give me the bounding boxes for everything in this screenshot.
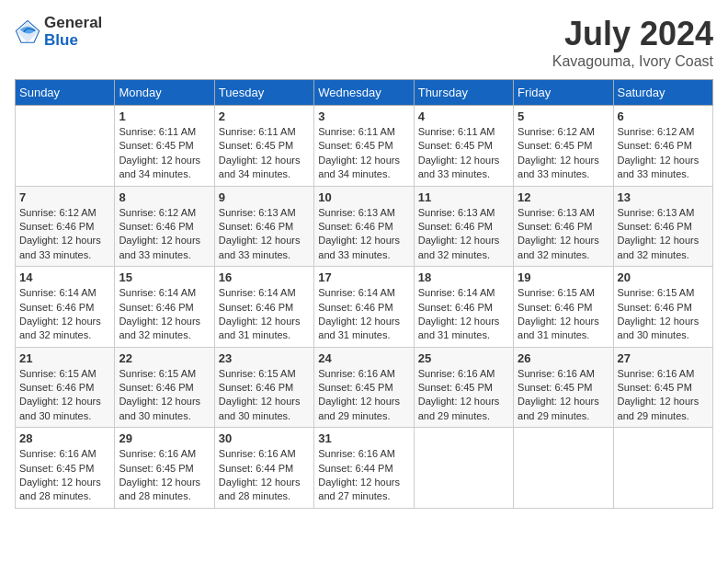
day-number: 30 [219, 431, 310, 445]
day-number: 20 [618, 270, 709, 284]
day-number: 19 [518, 270, 609, 284]
day-info: Sunrise: 6:13 AM Sunset: 6:46 PM Dayligh… [418, 206, 509, 263]
day-info: Sunrise: 6:12 AM Sunset: 6:45 PM Dayligh… [518, 125, 609, 182]
calendar-cell: 2Sunrise: 6:11 AM Sunset: 6:45 PM Daylig… [214, 106, 313, 187]
day-info: Sunrise: 6:15 AM Sunset: 6:46 PM Dayligh… [119, 367, 210, 424]
day-info: Sunrise: 6:11 AM Sunset: 6:45 PM Dayligh… [219, 125, 310, 182]
month-title: July 2024 [552, 15, 713, 53]
title-block: July 2024 Kavagouma, Ivory Coast [552, 15, 713, 70]
col-friday: Friday [514, 80, 613, 106]
calendar-cell: 14Sunrise: 6:14 AM Sunset: 6:46 PM Dayli… [16, 267, 115, 348]
day-number: 13 [618, 190, 709, 204]
calendar-cell: 17Sunrise: 6:14 AM Sunset: 6:46 PM Dayli… [314, 267, 414, 348]
calendar-cell: 11Sunrise: 6:13 AM Sunset: 6:46 PM Dayli… [414, 186, 513, 267]
day-number: 4 [418, 109, 509, 123]
day-number: 2 [219, 109, 310, 123]
calendar-cell: 26Sunrise: 6:16 AM Sunset: 6:45 PM Dayli… [514, 347, 613, 428]
calendar-cell: 31Sunrise: 6:16 AM Sunset: 6:44 PM Dayli… [314, 428, 414, 509]
day-info: Sunrise: 6:12 AM Sunset: 6:46 PM Dayligh… [19, 206, 110, 263]
day-number: 5 [518, 109, 609, 123]
day-info: Sunrise: 6:13 AM Sunset: 6:46 PM Dayligh… [219, 206, 310, 263]
day-number: 11 [418, 190, 509, 204]
day-number: 23 [219, 351, 310, 365]
day-info: Sunrise: 6:16 AM Sunset: 6:44 PM Dayligh… [219, 447, 310, 504]
calendar-cell: 29Sunrise: 6:16 AM Sunset: 6:45 PM Dayli… [115, 428, 214, 509]
calendar-cell: 8Sunrise: 6:12 AM Sunset: 6:46 PM Daylig… [115, 186, 214, 267]
day-number: 31 [318, 431, 409, 445]
day-number: 10 [318, 190, 409, 204]
calendar-cell: 30Sunrise: 6:16 AM Sunset: 6:44 PM Dayli… [214, 428, 313, 509]
day-info: Sunrise: 6:13 AM Sunset: 6:46 PM Dayligh… [318, 206, 409, 263]
day-number: 26 [518, 351, 609, 365]
day-info: Sunrise: 6:13 AM Sunset: 6:46 PM Dayligh… [618, 206, 709, 263]
calendar-week-row: 28Sunrise: 6:16 AM Sunset: 6:45 PM Dayli… [16, 428, 713, 509]
day-number: 3 [318, 109, 409, 123]
calendar-cell: 24Sunrise: 6:16 AM Sunset: 6:45 PM Dayli… [314, 347, 414, 428]
day-info: Sunrise: 6:16 AM Sunset: 6:45 PM Dayligh… [119, 447, 210, 504]
calendar-week-row: 7Sunrise: 6:12 AM Sunset: 6:46 PM Daylig… [16, 186, 713, 267]
col-thursday: Thursday [414, 80, 513, 106]
day-number: 18 [418, 270, 509, 284]
day-info: Sunrise: 6:16 AM Sunset: 6:45 PM Dayligh… [618, 367, 709, 424]
day-info: Sunrise: 6:16 AM Sunset: 6:45 PM Dayligh… [518, 367, 609, 424]
day-info: Sunrise: 6:15 AM Sunset: 6:46 PM Dayligh… [19, 367, 110, 424]
calendar-cell: 10Sunrise: 6:13 AM Sunset: 6:46 PM Dayli… [314, 186, 414, 267]
day-info: Sunrise: 6:15 AM Sunset: 6:46 PM Dayligh… [618, 286, 709, 343]
calendar-table: Sunday Monday Tuesday Wednesday Thursday… [15, 79, 713, 509]
day-number: 7 [19, 190, 110, 204]
calendar-cell: 23Sunrise: 6:15 AM Sunset: 6:46 PM Dayli… [214, 347, 313, 428]
day-number: 16 [219, 270, 310, 284]
calendar-cell: 5Sunrise: 6:12 AM Sunset: 6:45 PM Daylig… [514, 106, 613, 187]
day-number: 15 [119, 270, 210, 284]
col-monday: Monday [115, 80, 214, 106]
calendar-cell: 25Sunrise: 6:16 AM Sunset: 6:45 PM Dayli… [414, 347, 513, 428]
day-info: Sunrise: 6:14 AM Sunset: 6:46 PM Dayligh… [119, 286, 210, 343]
day-info: Sunrise: 6:15 AM Sunset: 6:46 PM Dayligh… [518, 286, 609, 343]
day-info: Sunrise: 6:16 AM Sunset: 6:45 PM Dayligh… [19, 447, 110, 504]
day-info: Sunrise: 6:15 AM Sunset: 6:46 PM Dayligh… [219, 367, 310, 424]
day-number: 9 [219, 190, 310, 204]
day-number: 17 [318, 270, 409, 284]
day-info: Sunrise: 6:12 AM Sunset: 6:46 PM Dayligh… [119, 206, 210, 263]
calendar-cell: 19Sunrise: 6:15 AM Sunset: 6:46 PM Dayli… [514, 267, 613, 348]
day-info: Sunrise: 6:14 AM Sunset: 6:46 PM Dayligh… [19, 286, 110, 343]
calendar-cell [613, 428, 712, 509]
day-info: Sunrise: 6:12 AM Sunset: 6:46 PM Dayligh… [618, 125, 709, 182]
calendar-cell: 7Sunrise: 6:12 AM Sunset: 6:46 PM Daylig… [16, 186, 115, 267]
day-info: Sunrise: 6:16 AM Sunset: 6:44 PM Dayligh… [318, 447, 409, 504]
calendar-cell: 1Sunrise: 6:11 AM Sunset: 6:45 PM Daylig… [115, 106, 214, 187]
location-title: Kavagouma, Ivory Coast [552, 53, 713, 70]
calendar-cell: 12Sunrise: 6:13 AM Sunset: 6:46 PM Dayli… [514, 186, 613, 267]
calendar-cell: 4Sunrise: 6:11 AM Sunset: 6:45 PM Daylig… [414, 106, 513, 187]
calendar-cell: 16Sunrise: 6:14 AM Sunset: 6:46 PM Dayli… [214, 267, 313, 348]
day-info: Sunrise: 6:16 AM Sunset: 6:45 PM Dayligh… [418, 367, 509, 424]
day-info: Sunrise: 6:16 AM Sunset: 6:45 PM Dayligh… [318, 367, 409, 424]
logo-icon [15, 19, 40, 45]
calendar-cell: 13Sunrise: 6:13 AM Sunset: 6:46 PM Dayli… [613, 186, 712, 267]
col-saturday: Saturday [613, 80, 712, 106]
day-info: Sunrise: 6:11 AM Sunset: 6:45 PM Dayligh… [119, 125, 210, 182]
day-number: 22 [119, 351, 210, 365]
col-sunday: Sunday [16, 80, 115, 106]
calendar-cell: 18Sunrise: 6:14 AM Sunset: 6:46 PM Dayli… [414, 267, 513, 348]
calendar-cell: 15Sunrise: 6:14 AM Sunset: 6:46 PM Dayli… [115, 267, 214, 348]
calendar-week-row: 1Sunrise: 6:11 AM Sunset: 6:45 PM Daylig… [16, 106, 713, 187]
calendar-cell: 6Sunrise: 6:12 AM Sunset: 6:46 PM Daylig… [613, 106, 712, 187]
calendar-cell: 20Sunrise: 6:15 AM Sunset: 6:46 PM Dayli… [613, 267, 712, 348]
day-info: Sunrise: 6:11 AM Sunset: 6:45 PM Dayligh… [318, 125, 409, 182]
day-number: 12 [518, 190, 609, 204]
day-info: Sunrise: 6:13 AM Sunset: 6:46 PM Dayligh… [518, 206, 609, 263]
calendar-week-row: 21Sunrise: 6:15 AM Sunset: 6:46 PM Dayli… [16, 347, 713, 428]
calendar-cell: 3Sunrise: 6:11 AM Sunset: 6:45 PM Daylig… [314, 106, 414, 187]
day-number: 25 [418, 351, 509, 365]
calendar-cell: 9Sunrise: 6:13 AM Sunset: 6:46 PM Daylig… [214, 186, 313, 267]
calendar-week-row: 14Sunrise: 6:14 AM Sunset: 6:46 PM Dayli… [16, 267, 713, 348]
logo-text: General Blue [44, 15, 102, 49]
calendar-cell [16, 106, 115, 187]
calendar-cell: 27Sunrise: 6:16 AM Sunset: 6:45 PM Dayli… [613, 347, 712, 428]
calendar-cell [414, 428, 513, 509]
day-info: Sunrise: 6:14 AM Sunset: 6:46 PM Dayligh… [318, 286, 409, 343]
calendar-cell: 21Sunrise: 6:15 AM Sunset: 6:46 PM Dayli… [16, 347, 115, 428]
day-number: 6 [618, 109, 709, 123]
day-number: 14 [19, 270, 110, 284]
